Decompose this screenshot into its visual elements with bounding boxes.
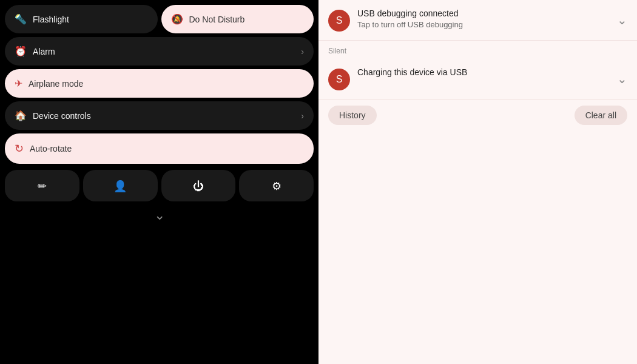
silent-label: Silent — [318, 41, 637, 59]
dnd-label: Do Not Disturb — [189, 15, 245, 24]
airplane-icon — [15, 78, 22, 89]
alarm-arrow: › — [301, 47, 304, 56]
autorotate-label: Auto-rotate — [30, 144, 72, 153]
usb-content: USB debugging connected Tap to turn off … — [357, 8, 610, 29]
charging-title: Charging this device via USB — [357, 67, 610, 77]
charging-content: Charging this device via USB — [357, 67, 610, 79]
power-button[interactable] — [161, 170, 236, 201]
tiles-row-4: Device controls › — [5, 101, 314, 130]
usb-icon-letter: S — [336, 15, 343, 26]
charging-icon-wrap: S — [328, 69, 350, 90]
notification-usb[interactable]: S USB debugging connected Tap to turn of… — [318, 0, 637, 41]
tiles-row-5: Auto-rotate — [5, 133, 314, 164]
device-icon — [15, 110, 27, 121]
clear-all-button[interactable]: Clear all — [575, 106, 627, 125]
device-arrow: › — [301, 111, 304, 121]
flashlight-icon — [15, 13, 27, 25]
usb-icon-wrap: S — [328, 10, 350, 32]
left-panel: Flashlight Do Not Disturb Alarm › Airpla… — [0, 0, 318, 364]
power-icon — [193, 179, 204, 193]
tiles-row-2: Alarm › — [5, 37, 314, 66]
tile-autorotate[interactable]: Auto-rotate — [5, 133, 314, 164]
edit-icon — [38, 179, 47, 193]
dnd-icon — [171, 13, 183, 25]
device-label: Device controls — [33, 111, 91, 121]
charging-icon-letter: S — [336, 74, 343, 85]
person-icon — [113, 179, 127, 193]
tile-device[interactable]: Device controls › — [5, 101, 314, 130]
person-button[interactable] — [83, 170, 158, 201]
tiles-row-1: Flashlight Do Not Disturb — [5, 5, 314, 33]
usb-subtitle: Tap to turn off USB debugging — [357, 20, 610, 29]
charging-expand-button[interactable] — [617, 72, 627, 86]
edit-button[interactable] — [5, 170, 79, 201]
tiles-row-3: Airplane mode — [5, 69, 314, 98]
right-panel: S USB debugging connected Tap to turn of… — [318, 0, 637, 364]
tile-airplane[interactable]: Airplane mode — [5, 69, 314, 98]
alarm-label: Alarm — [33, 47, 55, 56]
usb-title: USB debugging connected — [357, 8, 610, 18]
history-button[interactable]: History — [328, 106, 377, 125]
usb-expand-button[interactable] — [617, 13, 627, 27]
action-row — [5, 170, 314, 201]
expand-row: ⌄ — [5, 205, 314, 226]
alarm-icon — [15, 46, 27, 57]
flashlight-label: Flashlight — [33, 15, 69, 24]
tile-flashlight[interactable]: Flashlight — [5, 5, 158, 33]
notification-charging[interactable]: S Charging this device via USB — [318, 59, 637, 99]
tile-dnd[interactable]: Do Not Disturb — [161, 5, 314, 33]
settings-icon — [272, 179, 281, 193]
notification-actions: History Clear all — [318, 99, 637, 131]
rotate-icon — [15, 142, 24, 155]
airplane-label: Airplane mode — [29, 79, 83, 89]
settings-button[interactable] — [239, 170, 314, 201]
expand-button[interactable]: ⌄ — [154, 207, 165, 223]
tile-alarm[interactable]: Alarm › — [5, 37, 314, 66]
